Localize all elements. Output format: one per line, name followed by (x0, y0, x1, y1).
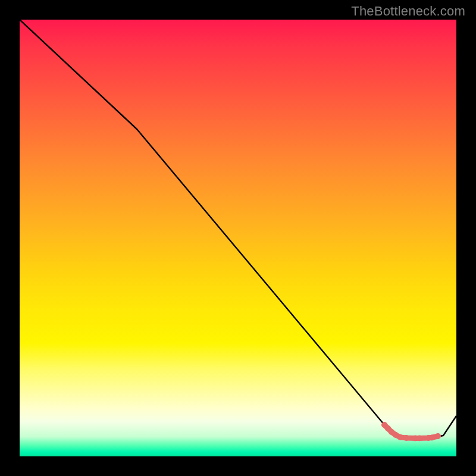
chart-plot-area (20, 20, 456, 456)
watermark-label: TheBottleneck.com (351, 4, 465, 19)
chart-page: TheBottleneck.com (0, 0, 476, 476)
bottom-border-mask (0, 458, 476, 476)
